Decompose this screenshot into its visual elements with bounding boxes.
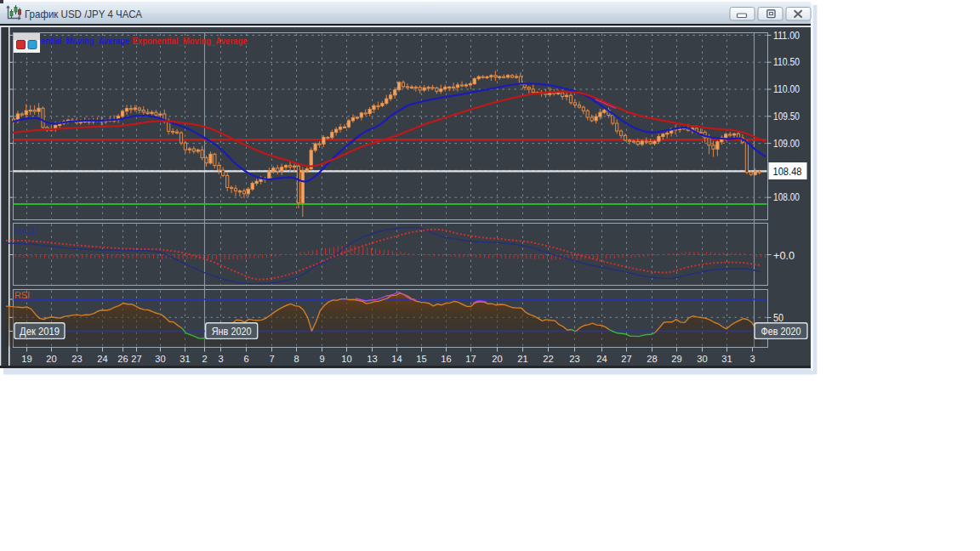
svg-text:108.00: 108.00 (773, 191, 800, 203)
svg-text:16: 16 (441, 354, 451, 364)
svg-text:24: 24 (596, 354, 607, 364)
svg-text:19: 19 (21, 354, 31, 364)
svg-text:ential_Moving_Average: ential_Moving_Average (41, 36, 129, 46)
svg-text:30: 30 (155, 354, 165, 364)
svg-text:15: 15 (416, 354, 426, 364)
svg-text:28: 28 (647, 354, 657, 364)
svg-text:График USD /JPY 4 ЧАСА: График USD /JPY 4 ЧАСА (25, 8, 142, 20)
svg-text:2: 2 (202, 354, 207, 364)
svg-text:RSI: RSI (14, 290, 30, 300)
svg-text:9: 9 (319, 354, 324, 364)
svg-text:Янв 2020: Янв 2020 (212, 326, 252, 338)
svg-text:109.50: 109.50 (773, 111, 800, 122)
svg-text:21: 21 (517, 354, 527, 364)
svg-text:Фев 2020: Фев 2020 (761, 326, 801, 338)
svg-text:31: 31 (721, 354, 732, 364)
svg-text:10: 10 (341, 354, 351, 364)
svg-text:26: 26 (117, 354, 128, 364)
svg-text:111.00: 111.00 (773, 30, 800, 42)
svg-text:108.48: 108.48 (773, 166, 802, 178)
svg-text:17: 17 (465, 354, 476, 364)
svg-text:23: 23 (569, 354, 579, 364)
svg-text:22: 22 (543, 354, 553, 364)
svg-text:8: 8 (293, 354, 299, 364)
svg-text:Дек 2019: Дек 2019 (20, 326, 60, 338)
svg-text:24: 24 (97, 354, 107, 364)
svg-text:3: 3 (218, 354, 223, 364)
svg-text:13: 13 (367, 354, 377, 364)
svg-text:6: 6 (243, 354, 248, 364)
svg-text:7: 7 (269, 354, 274, 364)
svg-text:29: 29 (671, 354, 681, 364)
svg-text:20: 20 (492, 354, 502, 364)
svg-text:MACD: MACD (14, 225, 37, 236)
svg-text:3: 3 (749, 354, 755, 364)
svg-text:109.00: 109.00 (773, 138, 800, 150)
svg-text:14: 14 (391, 354, 402, 364)
svg-text:110.50: 110.50 (773, 56, 800, 68)
svg-text:27: 27 (621, 354, 631, 364)
svg-text:31: 31 (179, 354, 190, 364)
svg-text:27: 27 (131, 354, 141, 364)
svg-text:50: 50 (773, 312, 783, 324)
svg-text:110.00: 110.00 (773, 83, 800, 95)
svg-text:Exponential_Moving_Average: Exponential_Moving_Average (133, 36, 248, 46)
svg-text:20: 20 (46, 354, 56, 364)
svg-text:30: 30 (697, 354, 707, 364)
svg-text:+0.0: +0.0 (773, 250, 795, 262)
svg-text:23: 23 (71, 354, 82, 364)
